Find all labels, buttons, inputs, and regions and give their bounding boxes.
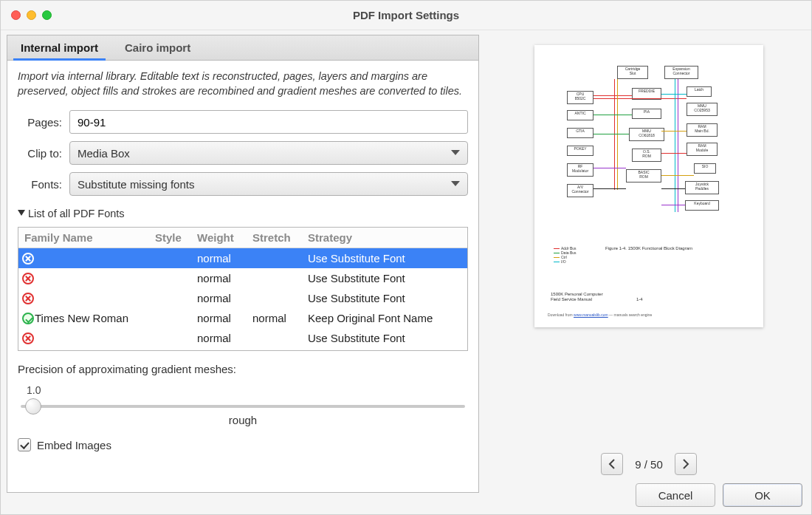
chevron-down-icon [451,150,460,156]
svg-marker-0 [451,150,460,155]
table-row[interactable]: normalUse Substitute Font [18,288,467,308]
cell-family: Times New Roman [35,312,155,324]
table-header: Family Name Style Weight Stretch Strateg… [18,228,467,248]
preview-footer-2: Field Service Manual [551,297,592,302]
pages-label: Pages: [18,116,62,129]
disclosure-label: List of all PDF Fonts [28,208,125,219]
cell-strategy: Use Substitute Font [308,292,467,304]
embed-images-checkbox[interactable] [18,438,31,451]
svg-marker-2 [18,210,25,216]
page-indicator: 9 / 50 [630,458,667,471]
precision-slider[interactable] [21,405,465,408]
cell-strategy: Use Substitute Font [308,252,467,265]
x-icon [22,332,34,344]
chevron-right-icon [682,459,689,469]
col-style[interactable]: Style [155,231,197,244]
select-value: Substitute missing fonts [78,178,194,191]
table-row[interactable]: normalUse Substitute Font [18,328,467,348]
cell-strategy: Use Substitute Font [308,332,467,344]
chevron-down-icon [451,181,460,187]
tab-label: Cairo import [125,41,190,54]
cell-stretch: normal [252,312,308,324]
font-list-disclosure[interactable]: List of all PDF Fonts [18,208,468,219]
x-icon [22,293,34,304]
minimize-icon[interactable] [27,10,36,20]
tab-label: Internal import [21,41,98,54]
pages-input[interactable] [69,110,468,134]
tab-internal-import[interactable]: Internal import [7,35,111,60]
titlebar: PDF Import Settings [1,1,811,30]
clip-to-label: Clip to: [18,147,62,160]
x-icon [22,273,34,284]
cell-weight: normal [197,272,252,284]
precision-caption: rough [21,414,465,426]
button-label: Cancel [658,489,693,502]
clip-to-select[interactable]: Media Box [69,141,468,165]
svg-marker-1 [451,181,460,186]
cell-strategy: Use Substitute Font [308,272,467,284]
cell-strategy: Keep Original Font Name [308,312,467,324]
table-row[interactable]: normalUse Substitute Font [18,248,467,268]
fonts-select[interactable]: Substitute missing fonts [69,172,468,196]
triangle-down-icon [18,210,25,217]
preview-footer-page: 1-4 [636,297,643,302]
zoom-icon[interactable] [42,10,52,20]
cell-weight: normal [197,312,252,324]
page-preview: CartridgeSlot ExpansionConnector CPU8502… [534,45,763,327]
cell-weight: normal [197,332,252,344]
precision-label: Precision of approximating gradient mesh… [18,363,468,375]
table-row[interactable]: normalUse Substitute Font [18,268,467,288]
check-icon [22,313,34,324]
ok-button[interactable]: OK [723,483,802,507]
preview-footer-1: 1500K Personal Computer [551,292,643,297]
cell-weight: normal [197,292,252,304]
fonts-label: Fonts: [18,178,62,191]
next-page-button[interactable] [675,453,697,475]
cell-weight: normal [197,252,252,265]
close-icon[interactable] [11,10,21,20]
button-label: OK [754,489,771,502]
col-stretch[interactable]: Stretch [252,231,308,244]
cancel-button[interactable]: Cancel [636,483,715,507]
tab-cairo-import[interactable]: Cairo import [111,35,204,60]
tab-strip: Internal import Cairo import [7,35,478,61]
font-table: Family Name Style Weight Stretch Strateg… [18,227,468,351]
x-icon [22,253,34,265]
precision-value: 1.0 [27,384,465,396]
table-row[interactable]: Times New RomannormalnormalKeep Original… [18,308,467,328]
chevron-left-icon [608,459,616,469]
import-description: Import via internal library. Editable te… [18,69,468,98]
col-strategy[interactable]: Strategy [308,231,467,244]
col-weight[interactable]: Weight [197,231,252,244]
select-value: Media Box [78,147,130,160]
col-family-name[interactable]: Family Name [18,231,155,244]
preview-caption: Figure 1-4. 1500K Functional Block Diagr… [549,246,749,250]
prev-page-button[interactable] [601,453,623,475]
embed-images-label: Embed Images [37,439,111,451]
window-title: PDF Import Settings [1,9,811,21]
